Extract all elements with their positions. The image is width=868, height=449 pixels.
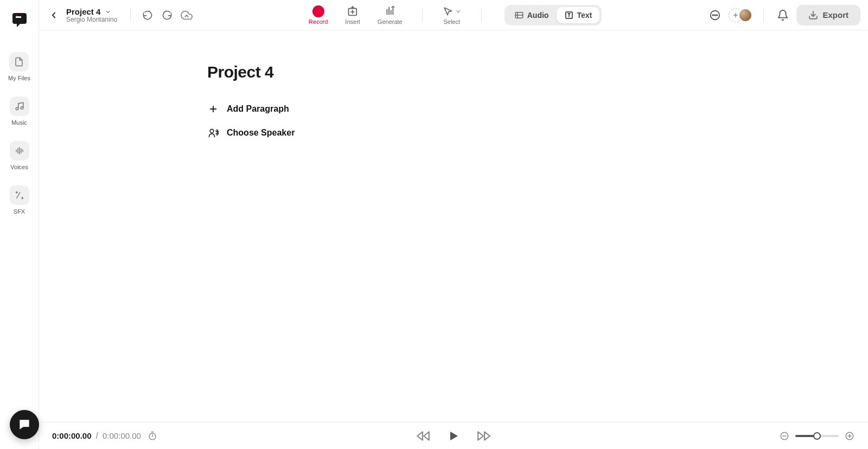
chevron-left-icon xyxy=(49,10,59,20)
svg-point-33 xyxy=(210,129,214,133)
plus-icon xyxy=(208,104,218,114)
stopwatch-icon xyxy=(148,431,157,441)
chevron-down-icon xyxy=(105,9,111,15)
zoom-slider[interactable] xyxy=(795,435,839,437)
tool-label: Record xyxy=(309,18,328,25)
divider xyxy=(422,8,423,22)
forward-icon xyxy=(477,429,491,443)
svg-rect-0 xyxy=(16,16,21,18)
transport-controls xyxy=(416,428,492,444)
mode-label: Audio xyxy=(527,11,549,20)
export-label: Export xyxy=(822,10,848,20)
record-tool[interactable]: Record xyxy=(305,4,331,26)
svg-marker-37 xyxy=(417,432,423,440)
tool-label: Generate xyxy=(378,18,403,25)
project-header[interactable]: Project 4 Sergio Montanino xyxy=(66,7,117,23)
cloud-icon xyxy=(181,9,193,21)
editor-canvas: Project 4 Add Paragraph Choose Speaker xyxy=(39,30,868,422)
sfx-icon xyxy=(15,190,24,200)
chat-bubble-icon xyxy=(17,418,31,432)
comments-button[interactable] xyxy=(707,7,723,23)
app-logo[interactable] xyxy=(9,10,30,30)
mode-audio-button[interactable]: Audio xyxy=(507,7,557,23)
sidebar-item-sfx[interactable]: SFX xyxy=(10,185,29,215)
undo-button[interactable] xyxy=(139,7,156,23)
divider xyxy=(763,8,764,22)
svg-marker-39 xyxy=(450,432,458,440)
generate-icon xyxy=(384,5,396,17)
stopwatch-button[interactable] xyxy=(148,431,157,441)
toolbar-center: Record Insert Generate Select xyxy=(305,4,602,26)
sidebar-item-my-files[interactable]: My Files xyxy=(8,52,30,81)
choose-speaker-button[interactable]: Choose Speaker xyxy=(207,127,868,139)
sidebar-item-label: Voices xyxy=(10,164,28,170)
chat-icon xyxy=(709,9,721,21)
bell-icon xyxy=(777,9,789,21)
svg-point-27 xyxy=(717,15,718,16)
speaker-person-icon xyxy=(208,127,219,138)
insert-tool[interactable]: Insert xyxy=(342,4,363,26)
time-current: 0:00:00.00 xyxy=(52,431,92,440)
cursor-icon xyxy=(443,6,454,17)
tool-label: Insert xyxy=(345,18,360,25)
svg-point-2 xyxy=(16,107,18,110)
project-owner: Sergio Montanino xyxy=(66,16,117,23)
cloud-sync-button[interactable] xyxy=(178,7,195,23)
divider xyxy=(130,8,131,22)
select-tool[interactable]: Select xyxy=(439,4,465,26)
waveform-icon xyxy=(15,146,24,156)
svg-point-3 xyxy=(21,107,23,110)
play-button[interactable] xyxy=(446,428,461,444)
zoom-controls xyxy=(779,431,855,441)
rewind-icon xyxy=(416,429,430,443)
time-display: 0:00:00.00 / 0:00:00.00 xyxy=(52,431,157,441)
add-paragraph-button[interactable]: Add Paragraph xyxy=(207,103,868,115)
sidebar-item-voices[interactable]: Voices xyxy=(10,141,29,170)
player-bar: 0:00:00.00 / 0:00:00.00 xyxy=(39,422,868,449)
project-title: Project 4 xyxy=(66,7,100,16)
help-chat-button[interactable] xyxy=(10,410,39,439)
svg-point-26 xyxy=(715,15,716,16)
zoom-out-button[interactable] xyxy=(779,431,790,441)
notifications-button[interactable] xyxy=(775,7,791,23)
time-total: 0:00:00.00 xyxy=(103,431,141,440)
document-title[interactable]: Project 4 xyxy=(207,63,868,81)
back-button[interactable] xyxy=(47,8,61,22)
rewind-button[interactable] xyxy=(416,428,431,444)
sidebar: My Files Music Voices SFX xyxy=(0,0,39,449)
record-icon xyxy=(312,5,324,17)
divider xyxy=(481,8,482,22)
plus-circle-icon xyxy=(845,431,854,441)
redo-button[interactable] xyxy=(159,7,175,23)
export-button[interactable]: Export xyxy=(796,5,860,25)
forward-button[interactable] xyxy=(476,428,492,444)
svg-point-25 xyxy=(713,15,714,16)
topbar: Project 4 Sergio Montanino Record Insert xyxy=(39,0,868,30)
mode-label: Text xyxy=(577,11,592,20)
zoom-in-button[interactable] xyxy=(844,431,855,441)
sidebar-item-label: SFX xyxy=(14,208,25,215)
play-icon xyxy=(447,429,460,442)
sidebar-item-label: My Files xyxy=(8,75,30,81)
time-separator: / xyxy=(96,431,98,441)
sidebar-item-music[interactable]: Music xyxy=(10,97,29,126)
audio-track-icon xyxy=(514,10,524,20)
svg-marker-40 xyxy=(484,432,490,440)
svg-marker-38 xyxy=(424,432,429,440)
avatar[interactable] xyxy=(738,8,752,22)
action-label: Add Paragraph xyxy=(227,104,289,114)
mode-toggle: Audio Text xyxy=(505,5,602,25)
generate-tool[interactable]: Generate xyxy=(374,4,406,26)
collaborators xyxy=(729,8,752,22)
mode-text-button[interactable]: Text xyxy=(556,7,599,23)
text-icon xyxy=(564,10,573,20)
insert-icon xyxy=(347,5,359,17)
zoom-thumb[interactable] xyxy=(813,432,821,440)
toolbar-right: Export xyxy=(707,5,860,25)
undo-icon xyxy=(142,10,153,21)
svg-point-1 xyxy=(16,15,17,16)
file-icon xyxy=(14,57,24,67)
music-icon xyxy=(15,101,24,111)
sidebar-item-label: Music xyxy=(11,119,27,126)
download-icon xyxy=(808,10,818,20)
